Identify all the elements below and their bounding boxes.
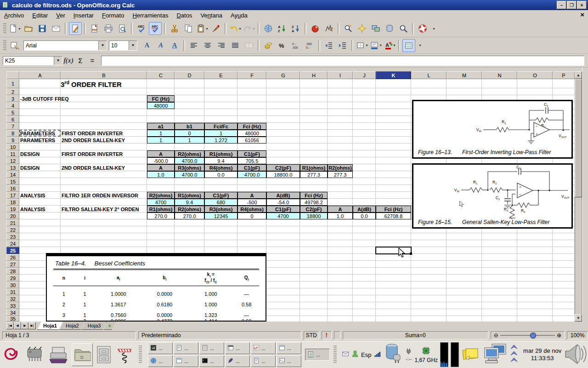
cell-C3[interactable]: FC (Hz) <box>147 95 175 102</box>
toolbar-grip[interactable] <box>3 23 6 34</box>
row-header-9[interactable]: 9 <box>6 137 19 144</box>
cell-H13[interactable]: R1(ohms) <box>300 164 328 171</box>
sum-button[interactable]: Σ <box>74 57 86 64</box>
volume-icon[interactable] <box>564 342 588 368</box>
menu-ayuda[interactable]: Ayuda <box>226 11 252 20</box>
zoom-slider-track[interactable] <box>500 335 555 336</box>
cell-B13[interactable]: 2ND ORDER SALLEN-KEY <box>61 164 147 171</box>
cell-A3[interactable]: -3dB CUTOFF FREQ <box>19 95 61 102</box>
font-name-dropdown-icon[interactable]: ▼ <box>98 41 107 50</box>
merge-cells-icon[interactable] <box>243 39 255 52</box>
cell-I13[interactable]: R2(ohms) <box>328 164 353 171</box>
cell-I20[interactable]: 1.0 <box>328 213 353 219</box>
cell-C14[interactable]: 1.0 <box>147 171 175 178</box>
menu-ver[interactable]: Ver <box>52 11 69 20</box>
styles-window-icon[interactable] <box>8 39 21 52</box>
font-size-dropdown-icon[interactable]: ▼ <box>129 41 137 50</box>
task-button[interactable]: ... <box>277 342 301 354</box>
notes-icon[interactable] <box>461 346 480 363</box>
cell-F9[interactable]: 61056 <box>237 137 266 144</box>
row-header-6[interactable]: 6 <box>6 116 19 123</box>
task-button[interactable]: ... <box>251 355 276 367</box>
select-all-corner[interactable] <box>6 71 19 79</box>
row-header-24[interactable]: 24 <box>6 240 19 247</box>
title-bar[interactable]: calculo de filtros.ods - OpenOffice.org … <box>0 0 588 10</box>
cell-B11[interactable]: FIRST ORDER INVERTER <box>61 150 147 157</box>
zoom-out-icon[interactable]: ⊖ <box>494 332 498 339</box>
row-header-4[interactable]: 4 <box>6 102 19 109</box>
undo-icon[interactable]: ▾ <box>229 22 242 35</box>
task-button[interactable]: ... <box>277 355 301 367</box>
cell-F8[interactable]: 48000 <box>237 130 266 137</box>
print-icon[interactable] <box>102 22 115 35</box>
row-header-13[interactable]: 13 <box>6 164 19 171</box>
row-header-10[interactable]: 10 <box>6 144 19 150</box>
email-icon[interactable] <box>50 22 62 35</box>
cell-A17[interactable]: ANALYSIS <box>19 192 61 199</box>
borders-icon[interactable]: ▾ <box>356 39 368 52</box>
maximize-button[interactable]: ❐ <box>567 1 577 9</box>
cell-B8[interactable]: FIRST ORDER INVERTER <box>61 130 147 137</box>
paste-icon[interactable]: ▾ <box>196 22 209 35</box>
row-header-3[interactable]: 3 <box>6 95 19 102</box>
cell-cursor-handle[interactable] <box>410 253 412 255</box>
cell-E7[interactable]: Fci/Fc <box>204 123 237 130</box>
align-justify-icon[interactable] <box>229 39 242 52</box>
column-header-E[interactable]: E <box>204 71 237 79</box>
cell-H18[interactable]: 49798.2 <box>300 199 328 206</box>
cell-D7[interactable]: b1 <box>175 123 204 130</box>
cell-E13[interactable]: R4(ohms) <box>204 164 237 171</box>
menu-formato[interactable]: Formato <box>98 11 128 20</box>
menu-ventana[interactable]: Ventana <box>196 11 226 20</box>
cell-H19[interactable]: C2(pF) <box>300 206 328 213</box>
sheet-tab-hoja2[interactable]: Hoja2 <box>60 322 85 330</box>
cell-F20[interactable]: 0 <box>237 213 266 219</box>
navigator-icon[interactable] <box>356 22 368 35</box>
power-monitor-icon[interactable] <box>384 343 403 367</box>
page-preview-icon[interactable] <box>116 22 129 35</box>
last-sheet-icon[interactable]: ▶| <box>28 322 36 329</box>
new-document-icon[interactable]: ▾ <box>8 22 21 35</box>
cell-K20[interactable]: 62708.8 <box>376 213 411 219</box>
task-button[interactable]: ... <box>148 355 173 367</box>
cabinet-icon[interactable] <box>96 345 112 364</box>
cell-F11[interactable]: C1(pF) <box>237 150 266 157</box>
cell-C12[interactable]: -500.0 <box>147 157 175 164</box>
save-icon[interactable] <box>36 22 49 35</box>
data-sources-icon[interactable] <box>383 22 396 35</box>
row-header-29[interactable]: 29 <box>6 275 19 282</box>
input-line[interactable] <box>101 56 584 66</box>
cell-D19[interactable]: R2(ohms) <box>175 206 204 213</box>
cut-icon[interactable] <box>168 22 181 35</box>
increase-indent-icon[interactable] <box>336 39 349 52</box>
edit-mode-icon[interactable] <box>69 22 82 35</box>
row-header-12[interactable]: 12 <box>6 157 19 164</box>
cell-F13[interactable]: C1(pF) <box>237 164 266 171</box>
row-header-25[interactable]: 25 <box>6 247 19 254</box>
cell-C9[interactable]: 1 <box>147 137 175 144</box>
cell-E14[interactable]: 0.0 <box>204 171 237 178</box>
task-button[interactable]: ... <box>199 342 224 354</box>
cell-C7[interactable]: a1 <box>147 123 175 130</box>
cell-C8[interactable]: 1 <box>147 130 175 137</box>
cell-E18[interactable]: 680 <box>204 199 237 206</box>
cell-D18[interactable]: 9.4 <box>175 199 204 206</box>
chip-icon[interactable] <box>24 345 45 364</box>
vertical-scroll-thumb[interactable] <box>575 79 582 197</box>
row-header-16[interactable]: 16 <box>6 185 19 192</box>
cell-D8[interactable]: 0 <box>175 130 204 137</box>
row-header-35[interactable]: 35 <box>6 316 19 322</box>
cell-D12[interactable]: 4700.0 <box>175 157 204 164</box>
taskbar-grip[interactable] <box>139 345 142 364</box>
cell-D20[interactable]: 270.0 <box>175 213 204 219</box>
task-button[interactable]: ... <box>174 355 198 367</box>
zoom-icon[interactable] <box>397 22 410 35</box>
menu-archivo[interactable]: Archivo <box>0 11 28 20</box>
cell-A13[interactable]: DESIGN <box>19 164 61 171</box>
cell-D14[interactable]: 4700.0 <box>175 171 204 178</box>
auto-spellcheck-icon[interactable]: ABC <box>149 22 162 35</box>
displays-icon[interactable] <box>482 343 508 366</box>
cell-F12[interactable]: 705.5 <box>237 157 266 164</box>
cell-C20[interactable]: 270.0 <box>147 213 175 219</box>
row-header-21[interactable]: 21 <box>6 219 19 226</box>
